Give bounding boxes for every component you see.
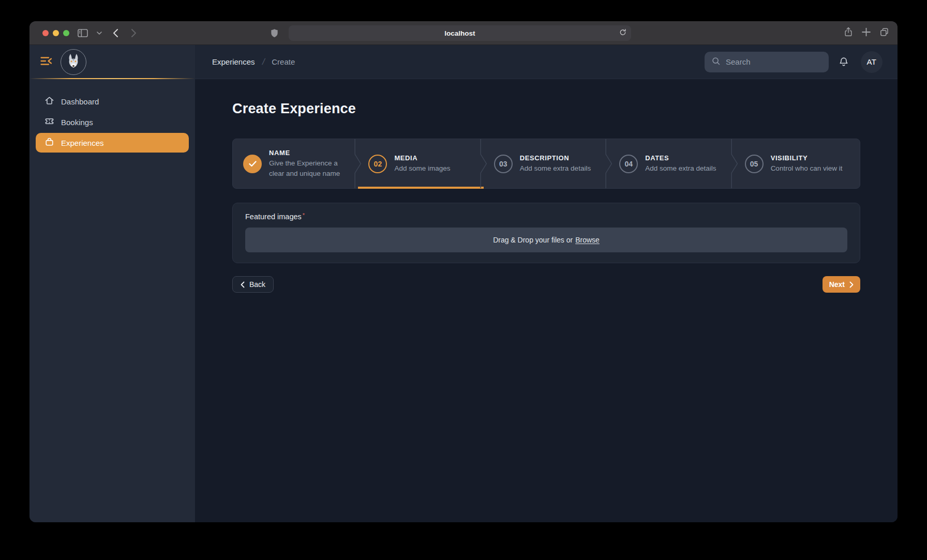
sidebar-item-label: Experiences (61, 139, 104, 147)
sidebar-item-dashboard[interactable]: Dashboard (36, 92, 189, 111)
step-title: DESCRIPTION (520, 154, 591, 162)
step-title: VISIBILITY (771, 154, 843, 162)
back-icon[interactable] (113, 28, 118, 37)
avatar[interactable]: AT (861, 51, 883, 73)
sidebar-item-label: Bookings (61, 118, 93, 127)
avatar-initials: AT (867, 57, 877, 66)
step-title: MEDIA (394, 154, 450, 162)
next-button[interactable]: Next (823, 276, 860, 293)
breadcrumb-divider: / (261, 57, 265, 67)
step-media[interactable]: 02 MEDIA Add some images (358, 139, 483, 188)
step-number: 02 (368, 155, 387, 173)
search-box[interactable] (705, 52, 829, 72)
step-title: NAME (269, 149, 351, 157)
address-bar[interactable]: localhost (289, 25, 631, 41)
step-number: 04 (619, 155, 638, 173)
wizard-actions: Back Next (232, 276, 860, 293)
step-name-check (243, 155, 262, 173)
page-title: Create Experience (232, 101, 860, 117)
zoom-window-button[interactable] (63, 30, 69, 36)
notifications-bell-icon[interactable] (839, 56, 849, 67)
step-divider (731, 139, 738, 188)
chevron-left-icon (241, 281, 245, 288)
step-subtitle: Add some extra details (645, 163, 716, 173)
share-icon[interactable] (844, 26, 853, 39)
url-text: localhost (444, 29, 475, 37)
required-mark: * (303, 212, 305, 218)
step-subtitle: Give the Experience a clear and unique n… (269, 158, 351, 178)
tab-overview-icon[interactable] (879, 27, 889, 39)
close-window-button[interactable] (42, 30, 49, 36)
browse-link[interactable]: Browse (575, 236, 600, 244)
dropzone-text: Drag & Drop your files or (493, 236, 573, 244)
step-divider (354, 139, 362, 188)
forward-icon[interactable] (131, 28, 137, 37)
back-button[interactable]: Back (232, 276, 274, 293)
collapse-menu-icon[interactable] (40, 57, 52, 68)
sidebar-item-bookings[interactable]: Bookings (36, 112, 189, 132)
main-content: Create Experience NAME Give the Experien… (195, 79, 898, 522)
browser-window: localhost (29, 21, 898, 522)
step-number: 05 (745, 155, 764, 173)
search-input[interactable] (726, 57, 822, 66)
sidebar-item-experiences[interactable]: Experiences (36, 133, 189, 153)
breadcrumb-experiences[interactable]: Experiences (212, 57, 255, 66)
reload-icon[interactable] (619, 29, 626, 38)
minimize-window-button[interactable] (53, 30, 59, 36)
step-divider (480, 139, 487, 188)
sidebar-item-label: Dashboard (61, 97, 99, 106)
step-title: DATES (645, 154, 716, 162)
sidebar-header (29, 45, 195, 79)
step-subtitle: Add some extra details (520, 163, 591, 173)
new-tab-icon[interactable] (862, 27, 871, 38)
step-number: 03 (494, 155, 513, 173)
window-controls (42, 30, 69, 36)
step-visibility[interactable]: 05 VISIBILITY Control who can view it (735, 139, 860, 188)
back-button-label: Back (249, 280, 265, 289)
step-subtitle: Control who can view it (771, 163, 843, 173)
app-header: Experiences / Create AT (29, 45, 898, 79)
check-icon (249, 161, 257, 167)
breadcrumb-create[interactable]: Create (272, 57, 295, 66)
chevron-right-icon (849, 281, 854, 288)
donkey-logo[interactable] (61, 49, 86, 75)
featured-images-card: Featured images* Drag & Drop your files … (232, 203, 860, 263)
topbar: Experiences / Create AT (195, 45, 898, 79)
file-dropzone[interactable]: Drag & Drop your files or Browse (245, 228, 847, 252)
next-button-label: Next (829, 280, 845, 289)
step-subtitle: Add some images (394, 163, 450, 173)
browser-chrome: localhost (29, 21, 898, 45)
featured-images-label: Featured images (245, 213, 302, 221)
breadcrumb: Experiences / Create (212, 57, 295, 67)
privacy-shield-icon[interactable] (271, 28, 278, 38)
sidebar: Dashboard Bookings Exper (29, 79, 195, 522)
chevron-down-icon[interactable] (97, 31, 102, 35)
step-name[interactable]: NAME Give the Experience a clear and uni… (233, 139, 358, 188)
step-divider (605, 139, 612, 188)
ticket-icon (44, 116, 54, 128)
search-icon (711, 56, 721, 68)
bag-icon (44, 137, 54, 148)
step-description[interactable]: 03 DESCRIPTION Add some extra details (484, 139, 609, 188)
sidebar-toggle-icon[interactable] (78, 29, 88, 37)
stepper: NAME Give the Experience a clear and uni… (232, 139, 860, 189)
home-icon (44, 96, 54, 107)
step-dates[interactable]: 04 DATES Add some extra details (609, 139, 734, 188)
